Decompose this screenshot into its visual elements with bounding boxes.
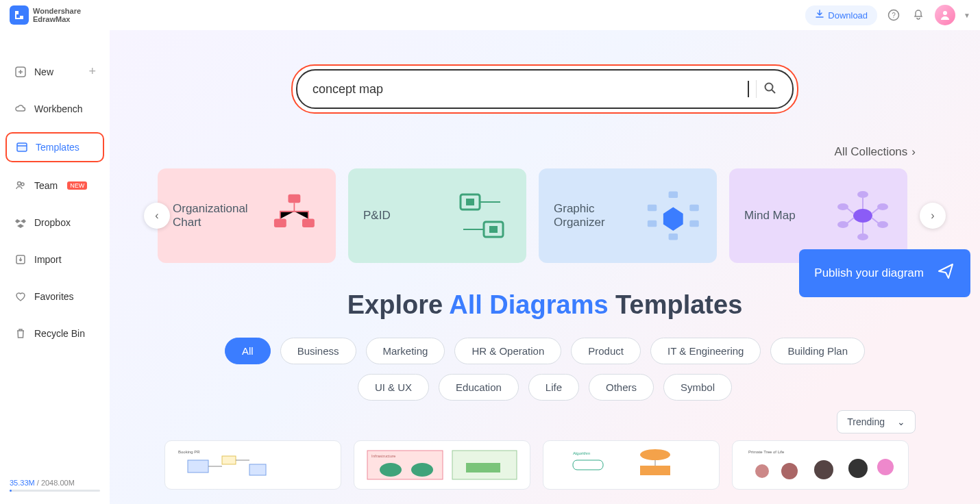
filter-tag-product[interactable]: Product	[571, 338, 641, 364]
filter-tag-it-engineering[interactable]: IT & Engineering	[650, 338, 761, 364]
storage-sep: /	[35, 479, 41, 487]
filter-tag-symbol[interactable]: Symbol	[663, 374, 732, 401]
svg-text:Infrastructure: Infrastructure	[371, 454, 396, 458]
sidebar-item-label: Favorites	[34, 291, 74, 302]
sort-select[interactable]: Trending ⌄	[837, 410, 916, 433]
svg-rect-21	[648, 220, 657, 227]
template-card[interactable]: Booking PR	[164, 440, 341, 490]
download-button[interactable]: Download	[805, 5, 877, 25]
brand-line2: EdrawMax	[33, 15, 81, 23]
search-separator	[756, 80, 757, 98]
category-card-pid[interactable]: P&ID	[348, 168, 526, 263]
brand-logo[interactable]: Wondershare EdrawMax	[10, 5, 81, 25]
svg-point-36	[380, 463, 402, 477]
sidebar-item-label: Dropbox	[34, 217, 71, 228]
filter-tag-education[interactable]: Education	[439, 374, 519, 401]
import-icon	[14, 253, 27, 266]
new-badge: NEW	[67, 181, 87, 190]
all-collections-label: All Collections	[835, 145, 908, 159]
svg-rect-4	[17, 143, 27, 151]
publish-cta-label: Publish your diagram	[814, 266, 924, 281]
sidebar-item-dropbox[interactable]: Dropbox	[5, 209, 104, 236]
carousel-next-button[interactable]: ›	[920, 203, 946, 229]
brand-line1: Wondershare	[33, 7, 81, 15]
svg-rect-43	[640, 466, 670, 475]
send-icon	[936, 262, 955, 285]
storage-bar	[10, 490, 100, 492]
template-card[interactable]: Algorithm	[543, 440, 720, 490]
svg-rect-41	[573, 460, 603, 470]
sidebar-item-import[interactable]: Import	[5, 246, 104, 273]
template-card[interactable]: Primate Tree of Life	[732, 440, 909, 490]
filter-tags-row1: All Business Marketing HR & Operation Pr…	[137, 338, 953, 364]
search-bar[interactable]	[296, 69, 794, 109]
svg-point-42	[640, 449, 670, 460]
dropbox-icon	[14, 216, 27, 229]
svg-rect-9	[289, 194, 301, 203]
avatar[interactable]	[935, 5, 955, 25]
publish-diagram-cta[interactable]: Publish your diagram	[799, 249, 970, 297]
svg-point-8	[765, 83, 773, 90]
sidebar-item-favorites[interactable]: Favorites	[5, 283, 104, 310]
filter-tag-ui-ux[interactable]: UI & UX	[358, 374, 429, 401]
graphic-organizer-icon	[645, 186, 702, 245]
search-input[interactable]	[313, 82, 744, 97]
sidebar-item-new[interactable]: New +	[5, 58, 104, 86]
avatar-menu-caret-icon[interactable]: ▼	[964, 12, 970, 19]
sidebar-item-team[interactable]: Team NEW	[5, 172, 104, 199]
sidebar-item-templates[interactable]: Templates	[5, 132, 104, 162]
filter-tag-business[interactable]: Business	[280, 338, 356, 364]
svg-rect-18	[669, 234, 678, 240]
svg-rect-33	[249, 464, 266, 475]
chevron-right-icon: ›	[931, 210, 934, 222]
pid-icon	[452, 186, 511, 245]
svg-rect-17	[669, 191, 678, 198]
filter-tag-others[interactable]: Others	[589, 374, 654, 401]
svg-rect-15	[489, 226, 498, 233]
svg-point-47	[814, 460, 833, 479]
filter-tag-all[interactable]: All	[225, 338, 271, 364]
filter-tag-life[interactable]: Life	[528, 374, 579, 401]
sidebar-item-recycle-bin[interactable]: Recycle Bin	[5, 320, 104, 347]
mind-map-icon	[833, 186, 892, 245]
svg-point-24	[837, 203, 848, 210]
sidebar-item-workbench[interactable]: Workbench	[5, 95, 104, 123]
template-thumbnail: Primate Tree of Life	[738, 446, 903, 483]
chevron-down-icon: ⌄	[897, 416, 905, 427]
template-thumbnail: Algorithm	[549, 446, 713, 483]
sidebar-item-label: New	[34, 66, 53, 77]
help-icon[interactable]: ?	[885, 7, 902, 23]
brand-text: Wondershare EdrawMax	[33, 7, 81, 23]
search-button[interactable]	[763, 81, 777, 97]
sidebar-item-label: Import	[34, 254, 62, 265]
filter-tag-marketing[interactable]: Marketing	[366, 338, 445, 364]
category-card-label: Mind Map	[744, 209, 796, 223]
template-card[interactable]: Infrastructure	[354, 440, 530, 490]
heart-icon	[14, 290, 27, 303]
filter-tag-hr-operation[interactable]: HR & Operation	[454, 338, 561, 364]
add-icon[interactable]: +	[88, 64, 96, 79]
category-card-org-chart[interactable]: Organizational Chart	[158, 168, 336, 263]
svg-point-23	[853, 209, 872, 223]
download-icon	[815, 10, 824, 21]
filter-tag-building-plan[interactable]: Building Plan	[770, 338, 865, 364]
sidebar-item-label: Recycle Bin	[34, 328, 85, 339]
chevron-right-icon: ›	[911, 145, 916, 159]
explore-highlight: All Diagrams	[449, 290, 608, 319]
bell-icon[interactable]	[910, 7, 927, 23]
carousel-prev-button[interactable]: ‹	[144, 203, 170, 229]
svg-rect-32	[222, 456, 236, 464]
template-grid: Booking PR Infrastructure Algorithm Prim…	[137, 440, 953, 490]
team-icon	[14, 179, 27, 192]
sort-selected-label: Trending	[847, 416, 885, 427]
svg-rect-31	[188, 460, 208, 473]
svg-rect-10	[274, 218, 286, 227]
template-thumbnail: Booking PR	[171, 446, 335, 483]
svg-point-6	[21, 183, 24, 186]
all-collections-link[interactable]: All Collections ›	[137, 145, 916, 159]
svg-rect-39	[466, 463, 500, 473]
category-card-graphic-organizer[interactable]: Graphic Organizer	[539, 168, 717, 263]
svg-rect-22	[690, 220, 699, 227]
svg-text:Primate Tree of Life: Primate Tree of Life	[748, 450, 785, 454]
category-card-label: P&ID	[363, 209, 391, 223]
